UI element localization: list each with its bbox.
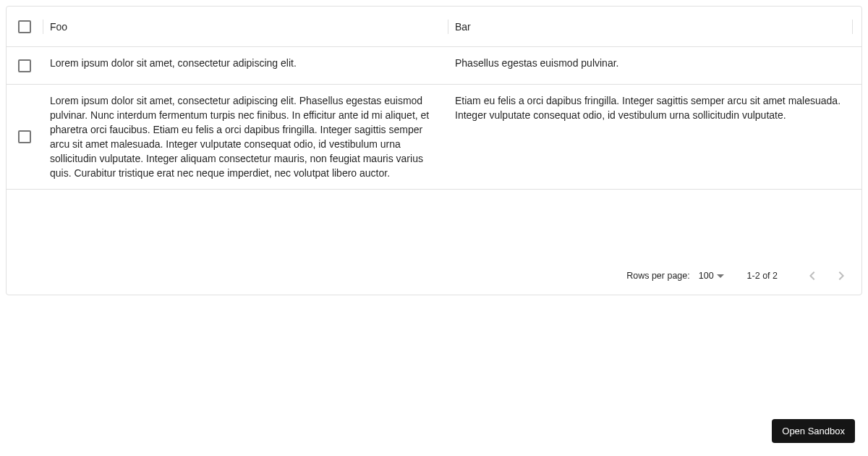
column-header-label: Bar: [455, 21, 471, 33]
chevron-left-icon: [804, 267, 821, 284]
cell-bar: Phasellus egestas euismod pulvinar.: [448, 47, 853, 84]
cell-text: Lorem ipsum dolor sit amet, consectetur …: [50, 47, 441, 79]
column-header-foo[interactable]: Foo: [43, 7, 448, 46]
chevron-down-icon: [717, 274, 724, 278]
select-all-checkbox[interactable]: [18, 20, 31, 33]
cell-foo: Lorem ipsum dolor sit amet, consectetur …: [43, 47, 448, 84]
grid-header-row: Foo Bar: [7, 7, 861, 47]
row-checkbox-cell: [7, 47, 43, 84]
cell-text: Etiam eu felis a orci dapibus fringilla.…: [455, 85, 846, 131]
header-checkbox-cell: [7, 7, 43, 46]
open-sandbox-button[interactable]: Open Sandbox: [772, 419, 855, 443]
row-checkbox[interactable]: [18, 130, 31, 143]
column-header-bar[interactable]: Bar: [448, 7, 853, 46]
column-separator[interactable]: [43, 20, 43, 34]
cell-bar: Etiam eu felis a orci dapibus fringilla.…: [448, 85, 853, 189]
chevron-right-icon: [833, 267, 850, 284]
table-row[interactable]: Lorem ipsum dolor sit amet, consectetur …: [7, 85, 861, 190]
cell-text: Phasellus egestas euismod pulvinar.: [455, 47, 846, 79]
rows-per-page-label: Rows per page:: [626, 271, 690, 281]
row-checkbox-cell: [7, 85, 43, 189]
column-header-label: Foo: [50, 21, 67, 33]
row-checkbox[interactable]: [18, 59, 31, 72]
rows-per-page-value: 100: [699, 271, 714, 281]
column-separator[interactable]: [448, 20, 448, 34]
grid-footer: Rows per page: 100 1-2 of 2: [7, 257, 861, 295]
pagination-range: 1-2 of 2: [747, 271, 778, 281]
next-page-button[interactable]: [827, 261, 856, 290]
prev-page-button[interactable]: [798, 261, 827, 290]
rows-per-page-select[interactable]: 100: [699, 271, 724, 281]
cell-foo: Lorem ipsum dolor sit amet, consectetur …: [43, 85, 448, 189]
cell-text: Lorem ipsum dolor sit amet, consectetur …: [50, 85, 441, 189]
data-grid: Foo Bar Lorem ipsum dolor sit amet, cons…: [6, 6, 862, 295]
table-row[interactable]: Lorem ipsum dolor sit amet, consectetur …: [7, 47, 861, 85]
grid-body: Lorem ipsum dolor sit amet, consectetur …: [7, 47, 861, 257]
